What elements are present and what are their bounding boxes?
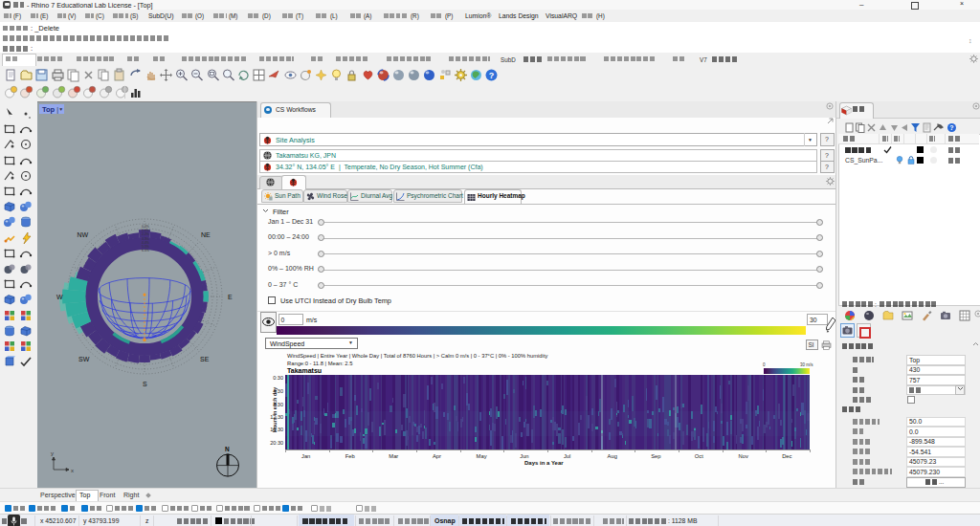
svg-text:S: S [143,381,147,387]
svg-text:?: ? [489,71,495,80]
svg-text:N: N [225,446,230,452]
svg-text:SW: SW [78,356,90,362]
svg-text:SE: SE [200,356,210,362]
svg-text:y: y [51,450,54,456]
svg-text:?: ? [949,124,953,131]
svg-text:6.6%: 6.6% [142,249,149,252]
svg-text:x: x [71,468,74,473]
svg-text:NW: NW [78,231,89,238]
svg-text:NE: NE [201,231,211,238]
svg-text:E: E [228,294,233,300]
svg-text:W: W [56,294,63,300]
